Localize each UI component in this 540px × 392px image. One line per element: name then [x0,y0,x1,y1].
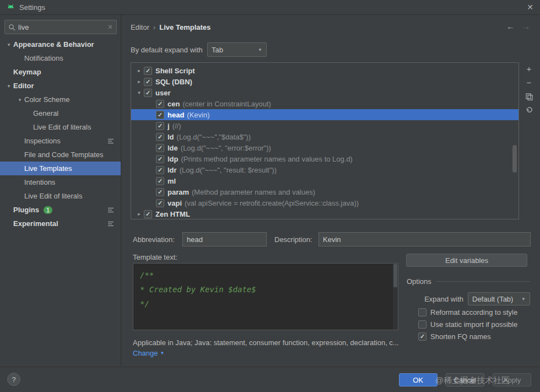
template-row-lde[interactable]: lde (Log.d("~~~", "error:$error")) [131,142,519,153]
apply-button[interactable]: Apply [493,373,531,386]
checkbox[interactable] [156,100,164,108]
footer-buttons: OK Cancel Apply [399,373,531,386]
chevron-down-icon[interactable]: ▾ [4,42,13,47]
template-row-j[interactable]: j (//) [131,120,519,131]
template-group-label: user [155,89,170,97]
abbreviation-input[interactable] [182,232,267,246]
ok-button[interactable]: OK [399,373,438,386]
checkbox[interactable] [418,320,426,329]
checkbox[interactable] [156,177,164,185]
sidebar-item-inspections[interactable]: Inspections [0,134,121,148]
cancel-label: Cancel [454,376,476,384]
sidebar-item-keymap[interactable]: Keymap [0,65,121,79]
sidebar-item-file-and-code-templates[interactable]: File and Code Templates [0,148,121,162]
search-input[interactable] [18,23,105,31]
template-abbr: j [168,122,170,130]
breadcrumb-editor[interactable]: Editor [131,23,149,31]
sidebar-item-label: Intentions [24,178,55,186]
live-templates-panel: Editor › Live Templates ← → By default e… [122,15,540,367]
checkbox[interactable] [418,332,426,341]
change-link-label: Change [133,349,158,357]
option-reformat[interactable]: Reformat according to style [418,307,517,318]
template-row-ldr[interactable]: ldr (Log.d("~~~", "result: $result")) [131,164,519,175]
editor-scrollbar[interactable] [393,264,398,330]
scrollbar-thumb[interactable] [393,264,397,287]
chevron-right-icon[interactable]: ▸ [134,68,144,73]
template-row-ml[interactable]: ml [131,175,519,186]
android-logo-icon [7,3,15,12]
chevron-right-icon[interactable]: ▸ [134,79,144,84]
template-row-head[interactable]: head (Kevin) [131,109,519,120]
checkbox[interactable] [418,308,426,316]
checkbox[interactable] [144,89,152,97]
sidebar-item-appearance-behavior[interactable]: ▾ Appearance & Behavior [0,37,121,51]
settings-search-box[interactable]: ✕ [4,20,117,34]
template-group-shell-script[interactable]: ▸ Shell Script [131,65,519,76]
sidebar-item-intentions[interactable]: Intentions [0,175,121,189]
chevron-right-icon[interactable]: ▸ [134,211,144,217]
template-row-vapi[interactable]: vapi (val apiService = retrofit.create(A… [131,197,519,208]
scrollbar-thumb[interactable] [512,145,517,173]
default-expand-with-select[interactable]: Tab ▼ [207,42,267,57]
checkbox[interactable] [156,133,164,141]
template-row-ldp[interactable]: ldp (Prints method parameter names and v… [131,153,519,164]
settings-window: Settings ✕ ✕ ▾ Appearance & Behavior Not… [0,0,540,392]
checkbox[interactable] [156,155,164,163]
sidebar-item-label: Live Templates [24,164,72,173]
add-template-button[interactable]: + [527,65,532,73]
change-context-link[interactable]: Change ▼ [133,349,164,357]
sidebar-item-notifications[interactable]: Notifications [0,51,121,65]
sidebar-item-live-templates[interactable]: Live Templates [0,162,121,175]
back-icon[interactable]: ← [506,22,515,31]
checkbox[interactable] [156,111,164,119]
chevron-down-icon[interactable]: ▾ [15,97,24,103]
remove-template-button[interactable]: − [527,78,532,87]
checkbox[interactable] [144,78,152,86]
template-row-param[interactable]: param (Method parameter names and values… [131,186,519,197]
template-group-user[interactable]: ▾ user [131,87,519,98]
checkbox[interactable] [156,144,164,152]
sidebar-item-editor[interactable]: ▾ Editor [0,79,121,93]
forward-icon[interactable]: → [522,22,530,31]
template-row-cen[interactable]: cen (center in ConstraintLayout) [131,98,519,109]
checkbox[interactable] [144,67,152,75]
sidebar-item-live-edit-of-literals[interactable]: Live Edit of literals [0,120,121,134]
template-row-ld[interactable]: ld (Log.d("~~~","$data$")) [131,131,519,142]
edit-variables-button[interactable]: Edit variables [406,254,527,267]
checkbox[interactable] [156,166,164,174]
restore-defaults-icon[interactable] [525,106,533,115]
option-shorten-fq-names[interactable]: Shorten FQ names [418,331,517,342]
chevron-down-icon[interactable]: ▾ [134,90,144,95]
expand-with-select[interactable]: Default (Tab) ▼ [468,292,530,305]
close-icon[interactable]: ✕ [527,3,533,12]
checkbox[interactable] [156,188,164,196]
checkbox[interactable] [156,199,164,207]
sidebar-item-general[interactable]: General [0,106,121,120]
expand-with-row: Expand with Default (Tab) ▼ [407,292,530,305]
clear-search-icon[interactable]: ✕ [107,23,113,31]
option-static-import[interactable]: Use static import if possible [418,319,517,330]
cancel-button[interactable]: Cancel [446,373,484,386]
duplicate-template-icon[interactable] [526,92,533,101]
sidebar-item-color-scheme[interactable]: ▾ Color Scheme [0,93,121,106]
settings-nav-list: ▾ Appearance & Behavior Notifications Ke… [0,37,121,230]
editor-line: /** [140,268,391,282]
help-button[interactable]: ? [7,373,20,386]
sidebar-item-plugins[interactable]: Plugins 1 [0,203,121,217]
sidebar-item-experimental[interactable]: Experimental [0,217,121,230]
window-title: Settings [19,3,45,12]
checkbox[interactable] [156,122,164,130]
template-group-zen-html[interactable]: ▸ Zen HTML [131,208,519,219]
sidebar-item-live-edit-of-literals-2[interactable]: Live Edit of literals [0,189,121,203]
expand-default-label: By default expand with [131,46,203,54]
template-desc: (Log.d("~~~","$data$")) [177,133,251,141]
template-group-sql-dbn[interactable]: ▸ SQL (DBN) [131,76,519,87]
description-input[interactable] [318,232,531,246]
template-text-editor[interactable]: /** * Created by Kevin $date$ */ [133,263,398,330]
checkbox[interactable] [144,210,152,218]
option-label: Shorten FQ names [430,332,491,341]
chevron-down-icon[interactable]: ▾ [4,83,13,89]
template-desc: (Log.d("~~~", "result: $result")) [180,166,277,174]
template-desc: (Log.d("~~~", "error:$error")) [181,144,271,152]
template-desc: (Prints method parameter names and value… [181,155,353,163]
